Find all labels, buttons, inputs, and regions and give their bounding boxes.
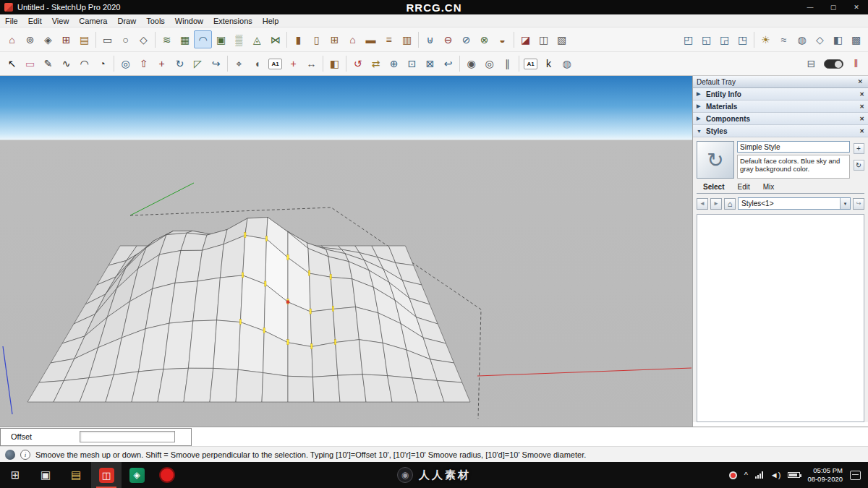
solid-subtract-icon[interactable]: ⊖ [439,30,457,48]
menu-tools[interactable]: Tools [141,14,170,27]
look-around-tool-icon[interactable]: ◎ [480,55,498,73]
battery-icon[interactable] [788,472,800,478]
protractor-tool-icon[interactable]: ◖ [248,55,266,73]
select-tool-icon[interactable]: ↖ [3,55,21,73]
speaker-icon[interactable]: ◄) [770,471,781,479]
solid-split-icon[interactable]: ◒ [493,30,511,48]
view-iso-icon[interactable]: ◰ [679,30,697,48]
axes-tool-icon[interactable]: + [284,55,302,73]
create-style-button[interactable]: + [854,143,864,154]
pie-tool-icon[interactable]: ◔ [93,55,111,73]
taskbar-clock[interactable]: 05:05 PM 08-09-2020 [807,466,843,484]
menu-camera[interactable]: Camera [74,14,112,27]
solid-intersect-icon[interactable]: ⊗ [475,30,493,48]
section-styles[interactable]: ▼ Styles ✕ [693,125,868,137]
zoom-window-tool-icon[interactable]: ⊡ [403,55,421,73]
menu-edit[interactable]: Edit [23,14,47,27]
solid-union-icon[interactable]: ⊎ [421,30,439,48]
media-app-icon[interactable]: ◈ [122,462,152,488]
collapse-arrow-icon[interactable]: ▼ [697,129,702,134]
style-details-button[interactable]: ↪ [853,198,864,210]
roof-tool-icon[interactable]: ⌂ [344,30,362,48]
fog-toggle-icon[interactable]: ≈ [775,30,793,48]
sandbox-from-scratch-icon[interactable]: ▦ [176,30,194,48]
follow-me-tool-icon[interactable]: ↪ [207,55,225,73]
record-button[interactable] [152,462,182,488]
zoom-extents-tool-icon[interactable]: ⊠ [421,55,439,73]
position-camera-tool-icon[interactable]: ◉ [462,55,480,73]
door-tool-icon[interactable]: ▯ [307,30,326,48]
line-tool-icon[interactable]: ✎ [39,55,57,73]
tab-edit[interactable]: Edit [731,183,756,193]
shaded-mode-icon[interactable]: ◧ [829,30,847,48]
expand-arrow-icon[interactable]: ▶ [697,116,702,121]
section-materials[interactable]: ▶ Materials ✕ [693,100,868,113]
section-display-icon[interactable]: ◫ [535,30,553,48]
menu-view[interactable]: View [47,14,75,27]
hidden-icons-chevron[interactable]: ^ [744,471,748,479]
share-component-icon[interactable]: ◈ [39,30,57,48]
3d-warehouse-icon[interactable]: ⌂ [3,30,21,48]
x-ray-mode-icon[interactable]: ◍ [793,30,811,48]
style-list[interactable] [697,214,864,422]
action-center-icon[interactable] [850,471,861,480]
section-components[interactable]: ▶ Components ✕ [693,113,868,125]
zoom-previous-tool-icon[interactable]: ↩ [439,55,457,73]
tab-mix[interactable]: Mix [757,183,781,193]
rectangle-tool-icon[interactable]: ▭ [98,30,116,48]
textured-mode-icon[interactable]: ▩ [847,30,865,48]
section-entity-info[interactable]: ▶ Entity Info ✕ [693,88,868,100]
tape-measure-tool-icon[interactable]: ⌖ [230,55,248,73]
wireframe-mode-icon[interactable]: ◇ [811,30,829,48]
expand-arrow-icon[interactable]: ▶ [697,103,702,109]
shadows-toggle-icon[interactable]: ☀ [757,30,775,48]
polygon-tool-icon[interactable]: ◇ [135,30,153,48]
sandbox-drape-icon[interactable]: ▒ [230,30,248,48]
geolocation-icon[interactable] [5,450,15,460]
menu-window[interactable]: Window [170,14,208,27]
menu-draw[interactable]: Draw [112,14,141,27]
push-pull-tool-icon[interactable]: ⇧ [135,55,153,73]
forward-arrow-icon[interactable]: ► [710,198,722,210]
wall-tool-icon[interactable]: ▮ [289,30,307,48]
walk-tool-icon[interactable]: ∥ [498,55,516,73]
rotate-tool-icon[interactable]: ↻ [171,55,189,73]
update-style-button[interactable]: ↻ [854,160,864,171]
circle-tool-icon[interactable]: ○ [116,30,135,48]
style-thumbnail[interactable]: ↻ [697,141,734,179]
share-model-icon[interactable]: ⊚ [21,30,39,48]
window-tool-icon[interactable]: ⊞ [326,30,344,48]
floor-tool-icon[interactable]: ▬ [362,30,380,48]
section-close-icon[interactable]: ✕ [859,128,864,134]
dimension-tool-icon[interactable]: ↔ [302,55,320,73]
text-tool-icon[interactable]: A1 [268,59,282,69]
menu-help[interactable]: Help [258,14,284,27]
tray-close-icon[interactable]: ✕ [856,78,864,85]
stairs-tool-icon[interactable]: ≡ [380,30,398,48]
send-to-layout-icon[interactable]: ▤ [75,30,93,48]
arc-tool-icon[interactable]: ◠ [75,55,93,73]
home-icon[interactable]: ⌂ [724,198,736,210]
section-close-icon[interactable]: ✕ [859,91,864,98]
back-arrow-icon[interactable]: ◄ [697,198,708,210]
scale-tool-icon[interactable]: ◸ [189,55,207,73]
maximize-button[interactable]: ▢ [822,0,845,14]
zoom-tool-icon[interactable]: ⊕ [385,55,403,73]
terrain-mesh[interactable] [27,218,470,403]
recording-indicator-icon[interactable] [729,471,737,479]
animator-icon[interactable]: ‖ [847,55,865,73]
paint-bucket-tool-icon[interactable]: ◧ [326,55,344,73]
sandbox-stamp-icon[interactable]: ▣ [212,30,230,48]
sandbox-smoove-icon[interactable]: ◠ [194,30,212,48]
style-name-input[interactable]: Simple Style [737,141,850,153]
file-explorer-icon[interactable]: ▤ [61,462,91,488]
view-right-icon[interactable]: ◳ [733,30,752,48]
view-front-icon[interactable]: ◲ [715,30,733,48]
sandbox-flip-edge-icon[interactable]: ⋈ [266,30,284,48]
chevron-down-icon[interactable]: ▾ [840,198,850,209]
start-button[interactable]: ⊞ [0,462,30,488]
task-view-icon[interactable]: ▣ [30,462,61,488]
sandbox-add-detail-icon[interactable]: ◬ [248,30,266,48]
view-top-icon[interactable]: ◱ [697,30,715,48]
style-description[interactable]: Default face colors. Blue sky and gray b… [737,155,850,179]
